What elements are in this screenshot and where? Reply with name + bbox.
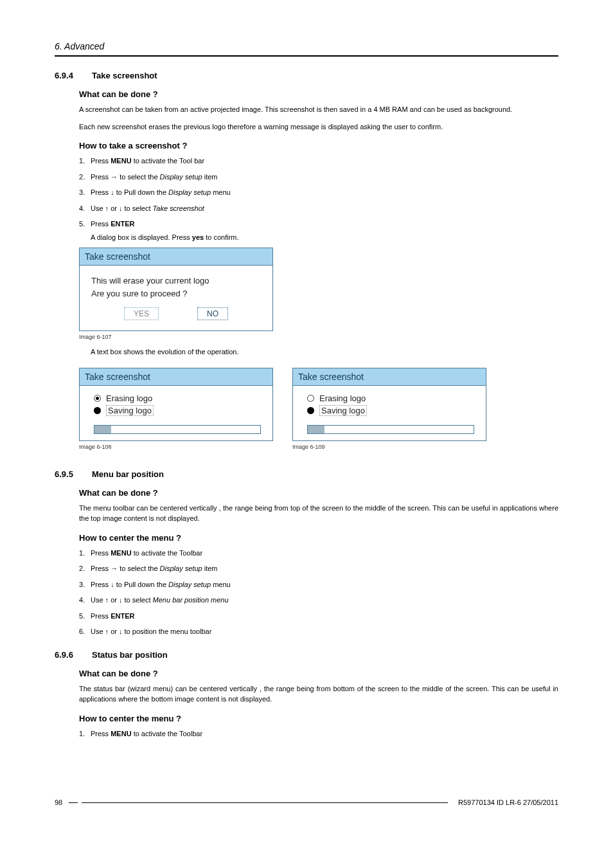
- radio-erasing-logo: Erasing logo: [307, 393, 474, 403]
- dialog-title: Take screenshot: [293, 368, 486, 386]
- section-name: Take screenshot: [92, 71, 157, 80]
- section-name: Status bar position: [92, 650, 168, 660]
- option-label: Erasing logo: [106, 393, 152, 403]
- image-caption: Image 6-109: [292, 444, 486, 450]
- step: Press ENTER A dialog box is displayed. P…: [79, 219, 558, 242]
- section-6-9-6-title: 6.9.6 Status bar position: [55, 650, 558, 660]
- option-label: Erasing logo: [319, 393, 366, 403]
- option-label: Saving logo: [319, 405, 367, 416]
- para: The menu toolbar can be centered vertica…: [79, 503, 558, 524]
- section-name: Menu bar position: [92, 469, 164, 479]
- document-id: R59770134 ID LR-6 27/05/2011: [458, 799, 558, 806]
- dialog-title: Take screenshot: [80, 368, 272, 386]
- steps-list: Press MENU to activate the Toolbar: [79, 728, 558, 739]
- progress-bar: [94, 425, 261, 434]
- radio-saving-logo: Saving logo: [94, 405, 261, 416]
- progress-bar: [307, 425, 474, 434]
- dialog-take-screenshot-progress-2: Take screenshot Erasing logo Saving logo: [292, 368, 486, 441]
- para: A screenshot can be taken from an active…: [79, 104, 558, 115]
- step: Use ↑ or ↓ to select Menu bar position m…: [79, 595, 558, 606]
- step: Press → to select the Display setup item: [79, 563, 558, 574]
- steps-list: Press MENU to activate the Tool bar Pres…: [79, 156, 558, 242]
- page-number: 98: [55, 799, 62, 806]
- chapter-header: 6. Advanced: [55, 41, 558, 57]
- image-caption: Image 6-107: [79, 334, 558, 340]
- radio-filled-icon: [94, 407, 101, 414]
- subheading-howto: How to center the menu ?: [79, 714, 558, 723]
- dialog-take-screenshot-confirm: Take screenshot This will erase your cur…: [79, 248, 273, 331]
- step: Press ↓ to Pull down the Display setup m…: [79, 579, 558, 590]
- radio-filled-icon: [307, 407, 314, 414]
- step: Press MENU to activate the Tool bar: [79, 156, 558, 167]
- dialog-title: Take screenshot: [80, 248, 272, 266]
- option-label: Saving logo: [106, 405, 154, 416]
- step: Press MENU to activate the Toolbar: [79, 548, 558, 559]
- step: Use ↑ or ↓ to position the menu toolbar: [79, 626, 558, 637]
- step: Press ↓ to Pull down the Display setup m…: [79, 187, 558, 198]
- step: Use ↑ or ↓ to select Take screenshot: [79, 203, 558, 214]
- subheading-wcbd: What can be done ?: [79, 89, 558, 99]
- section-number: 6.9.6: [55, 650, 80, 660]
- steps-list: Press MENU to activate the Toolbar Press…: [79, 548, 558, 637]
- yes-button[interactable]: YES: [124, 307, 159, 320]
- image-caption: Image 6-108: [79, 444, 273, 450]
- subheading-wcbd: What can be done ?: [79, 669, 558, 678]
- subheading-wcbd: What can be done ?: [79, 488, 558, 498]
- section-number: 6.9.4: [55, 71, 80, 80]
- step: Press → to select the Display setup item: [79, 172, 558, 183]
- dialog-text: This will erase your current logo Are yo…: [91, 275, 261, 300]
- step-sub: A dialog box is displayed. Press yes to …: [91, 232, 558, 243]
- no-button[interactable]: NO: [197, 307, 228, 320]
- step: Press ENTER: [79, 611, 558, 622]
- radio-saving-logo: Saving logo: [307, 405, 474, 416]
- step: Press MENU to activate the Toolbar: [79, 728, 558, 739]
- subheading-howto: How to center the menu ?: [79, 533, 558, 543]
- radio-empty-icon: [307, 395, 314, 402]
- section-6-9-5-title: 6.9.5 Menu bar position: [55, 469, 558, 479]
- para: The status bar (wizard menu) can be cent…: [79, 683, 558, 705]
- section-number: 6.9.5: [55, 469, 80, 479]
- page-footer: 98 R59770134 ID LR-6 27/05/2011: [55, 799, 558, 806]
- para: Each new screenshot erases the previous …: [79, 122, 558, 132]
- radio-selected-icon: [94, 395, 101, 402]
- radio-erasing-logo: Erasing logo: [94, 393, 261, 403]
- dialog-take-screenshot-progress-1: Take screenshot Erasing logo Saving logo: [79, 368, 273, 441]
- section-6-9-4-title: 6.9.4 Take screenshot: [55, 71, 558, 80]
- subheading-howto: How to take a screenshot ?: [79, 141, 558, 150]
- para: A text box shows the evolution of the op…: [91, 347, 558, 357]
